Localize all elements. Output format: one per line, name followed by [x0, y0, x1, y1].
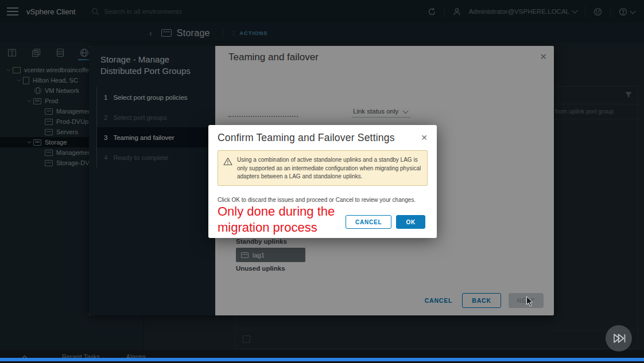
annotation-text: Only done during the migration process: [218, 204, 355, 236]
skip-forward-icon: [611, 331, 627, 346]
dialog-title: Confirm Teaming and Failover Settings: [218, 132, 395, 144]
close-icon[interactable]: ✕: [421, 133, 428, 142]
dialog-ok-button[interactable]: OK: [396, 215, 425, 229]
vsphere-client-window: vSphere Client Search in all environment…: [0, 0, 644, 363]
warning-text: Using a combination of active standalone…: [237, 156, 422, 181]
dialog-message: Click OK to discard the issues and proce…: [218, 197, 416, 203]
dialog-footer: CANCEL OK: [346, 215, 425, 229]
warning-alert: Using a combination of active standalone…: [218, 150, 428, 186]
video-progress-bar[interactable]: [0, 358, 644, 361]
skip-forward-button[interactable]: [606, 325, 632, 352]
warning-icon: [223, 157, 232, 166]
